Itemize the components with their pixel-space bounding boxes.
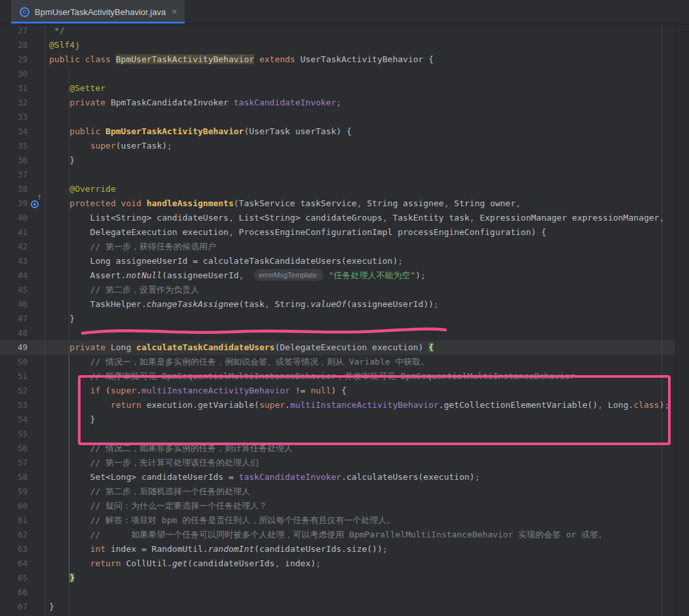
gutter[interactable]: 42 — [0, 240, 45, 254]
line-number[interactable]: 47 — [0, 312, 28, 326]
code-line[interactable]: 38 @Override — [0, 182, 676, 196]
code-line[interactable]: 59 // 第二步，后随机选择一个任务的处理人 — [0, 484, 676, 499]
gutter[interactable]: 40 — [0, 211, 45, 225]
scrollbar-track[interactable] — [675, 24, 689, 616]
code-line[interactable]: 44 Assert.notNull(assigneeUserId, errorM… — [0, 268, 676, 283]
gutter[interactable]: 51 — [0, 369, 45, 384]
code-line[interactable]: 63 int index = RandomUtil.randomInt(cand… — [0, 542, 676, 556]
gutter[interactable]: 54 — [0, 412, 45, 427]
code-editor[interactable]: 27 */28@Slf4j29public class BpmUserTaskA… — [0, 24, 689, 616]
line-number[interactable]: 40 — [0, 211, 28, 225]
line-number[interactable]: 41 — [0, 225, 28, 240]
gutter[interactable]: 28 — [0, 38, 45, 52]
gutter[interactable]: 39↑ — [0, 196, 45, 211]
gutter[interactable]: 49 — [0, 340, 45, 355]
gutter[interactable]: 50 — [0, 355, 45, 369]
line-number[interactable]: 65 — [0, 571, 28, 585]
code-line[interactable]: 57 // 第一步，先计算可处理该任务的处理人们 — [0, 456, 676, 470]
line-number[interactable]: 48 — [0, 326, 28, 340]
close-icon[interactable]: × — [172, 7, 177, 17]
gutter[interactable]: 37 — [0, 168, 45, 182]
code-line[interactable]: 49 private Long calculateTaskCandidateUs… — [0, 340, 676, 355]
line-number[interactable]: 52 — [0, 384, 28, 398]
gutter[interactable]: 43 — [0, 254, 45, 268]
gutter[interactable]: 46 — [0, 297, 45, 312]
line-number[interactable]: 39 — [0, 196, 28, 211]
gutter[interactable]: 27 — [0, 24, 45, 38]
gutter[interactable]: 60 — [0, 499, 45, 513]
gutter[interactable]: 36 — [0, 153, 45, 168]
code-line[interactable]: 29public class BpmUserTaskActivityBehavi… — [0, 52, 676, 67]
line-number[interactable]: 50 — [0, 355, 28, 369]
gutter[interactable]: 65 — [0, 571, 45, 585]
code-line[interactable]: 31 @Setter — [0, 81, 676, 96]
gutter[interactable]: 67 — [0, 600, 45, 614]
gutter[interactable]: 64 — [0, 556, 45, 571]
code-line[interactable]: 40 List<String> candidateUsers, List<Str… — [0, 211, 676, 225]
gutter[interactable]: 45 — [0, 283, 45, 297]
line-number[interactable]: 30 — [0, 67, 28, 81]
gutter[interactable]: 59 — [0, 484, 45, 499]
gutter[interactable]: 34 — [0, 124, 45, 139]
code-line[interactable]: 62 // 如果希望一个任务可以同时被多个人处理，可以考虑使用 BpmParal… — [0, 528, 676, 542]
line-number[interactable]: 28 — [0, 38, 28, 52]
gutter[interactable]: 44 — [0, 268, 45, 283]
code-line[interactable]: 58 Set<Long> candidateUserIds = taskCand… — [0, 470, 676, 484]
code-line[interactable]: 66 — [0, 585, 676, 600]
override-icon[interactable]: ↑ — [31, 199, 41, 209]
code-line[interactable]: 61 // 解答：项目对 bpm 的任务是责任到人，所以每个任务有且仅有一个处理… — [0, 513, 676, 528]
line-number[interactable]: 43 — [0, 254, 28, 268]
line-number[interactable]: 42 — [0, 240, 28, 254]
code-line[interactable]: 50 // 情况一，如果是多实例的任务，例如说会签、或签等情况，则从 Varia… — [0, 355, 676, 369]
gutter[interactable]: 48 — [0, 326, 45, 340]
code-line[interactable]: 32 private BpmTaskCandidateInvoker taskC… — [0, 96, 676, 110]
code-line[interactable]: 36 } — [0, 153, 676, 168]
line-number[interactable]: 63 — [0, 542, 28, 556]
line-number[interactable]: 36 — [0, 153, 28, 168]
line-number[interactable]: 61 — [0, 513, 28, 528]
line-number[interactable]: 66 — [0, 585, 28, 600]
gutter[interactable]: 58 — [0, 470, 45, 484]
line-number[interactable]: 60 — [0, 499, 28, 513]
code-line[interactable]: 67} — [0, 600, 676, 614]
code-line[interactable]: 41 DelegateExecution execution, ProcessE… — [0, 225, 676, 240]
line-number[interactable]: 53 — [0, 398, 28, 412]
line-number[interactable]: 45 — [0, 283, 28, 297]
tab-bpm-user-task-activity-behavior[interactable]: C BpmUserTaskActivityBehavior.java × — [11, 0, 185, 24]
code-line[interactable]: 30 — [0, 67, 676, 81]
gutter[interactable]: 62 — [0, 528, 45, 542]
line-number[interactable]: 33 — [0, 110, 28, 124]
line-number[interactable]: 62 — [0, 528, 28, 542]
line-number[interactable]: 38 — [0, 182, 28, 196]
line-number[interactable]: 44 — [0, 268, 28, 283]
line-number[interactable]: 55 — [0, 427, 28, 441]
gutter[interactable]: 31 — [0, 81, 45, 96]
line-number[interactable]: 57 — [0, 456, 28, 470]
line-number[interactable]: 67 — [0, 600, 28, 614]
code-line[interactable]: 33 — [0, 110, 676, 124]
gutter[interactable]: 61 — [0, 513, 45, 528]
line-number[interactable]: 51 — [0, 369, 28, 384]
line-number[interactable]: 35 — [0, 139, 28, 153]
gutter[interactable]: 52 — [0, 384, 45, 398]
code-line[interactable]: 60 // 疑问：为什么一定要选择一个任务处理人？ — [0, 499, 676, 513]
code-line[interactable]: 35 super(userTask); — [0, 139, 676, 153]
line-number[interactable]: 29 — [0, 52, 28, 67]
line-number[interactable]: 49 — [0, 340, 28, 355]
line-number[interactable]: 32 — [0, 96, 28, 110]
code-line[interactable]: 37 — [0, 168, 676, 182]
code-line[interactable]: 45 // 第二步，设置作为负责人 — [0, 283, 676, 297]
line-number[interactable]: 34 — [0, 124, 28, 139]
code-line[interactable]: 43 Long assigneeUserId = calculateTaskCa… — [0, 254, 676, 268]
code-line[interactable]: 27 */ — [0, 24, 676, 38]
gutter[interactable]: 35 — [0, 139, 45, 153]
code-line[interactable]: 28@Slf4j — [0, 38, 676, 52]
gutter[interactable]: 33 — [0, 110, 45, 124]
code-line[interactable]: 46 TaskHelper.changeTaskAssignee(task, S… — [0, 297, 676, 312]
code-line[interactable]: 64 return CollUtil.get(candidateUserIds,… — [0, 556, 676, 571]
gutter[interactable]: 63 — [0, 542, 45, 556]
line-number[interactable]: 54 — [0, 412, 28, 427]
gutter[interactable]: 41 — [0, 225, 45, 240]
line-number[interactable]: 59 — [0, 484, 28, 499]
line-number[interactable]: 56 — [0, 441, 28, 456]
